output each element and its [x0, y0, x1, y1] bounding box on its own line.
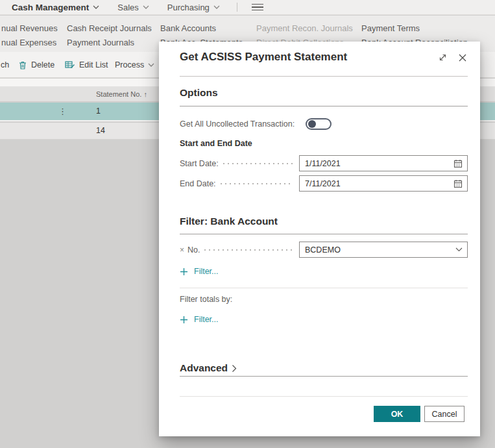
expand-dialog-button[interactable]	[438, 53, 448, 62]
chevron-down-icon	[213, 5, 220, 9]
edit-list-icon	[65, 60, 75, 69]
dotted-leader	[204, 249, 293, 251]
chevron-right-icon	[232, 364, 237, 373]
search-button-fragment[interactable]: ch	[1, 59, 9, 71]
filter-bank-account-heading: Filter: Bank Account	[180, 216, 278, 227]
nav-item-sales[interactable]: Sales	[117, 3, 149, 12]
dialog-title: Get ACSISS Payment Statement	[180, 51, 347, 64]
add-filter-label: Filter...	[194, 315, 219, 324]
calendar-icon[interactable]	[453, 159, 463, 168]
close-icon	[458, 53, 467, 62]
uncollected-transaction-label: Get All Uncollected Transaction:	[180, 119, 295, 129]
no-filter-row: × No. BCDEMO	[180, 242, 468, 258]
title-divider	[180, 76, 468, 77]
close-dialog-button[interactable]	[458, 53, 467, 62]
delete-label: Delete	[31, 60, 54, 69]
footer-divider	[180, 396, 468, 397]
calendar-icon[interactable]	[453, 179, 463, 188]
start-end-date-subheading: Start and End Date	[180, 139, 252, 148]
options-divider	[180, 106, 468, 106]
no-filter-label: No.	[187, 245, 200, 255]
column-header-label: Statement No.	[96, 90, 141, 98]
ribbon-link-annual-expenses[interactable]: nual Expenses	[1, 38, 56, 47]
add-filter-label: Filter...	[194, 267, 219, 276]
start-date-row: Start Date: 1/11/2021	[180, 155, 468, 171]
advanced-label: Advanced	[180, 362, 228, 374]
options-section-heading: Options	[180, 87, 218, 99]
nav-item-label: Cash Management	[12, 3, 89, 12]
uncollected-transaction-toggle[interactable]	[306, 118, 332, 130]
process-label: Process	[115, 60, 144, 69]
no-filter-value: BCDEMO	[305, 245, 341, 255]
top-navigation-bar: Cash Management Sales Purchasing	[0, 0, 495, 15]
cancel-button[interactable]: Cancel	[424, 406, 465, 422]
filter-totals-by-label: Filter totals by:	[180, 295, 232, 304]
ribbon-link-payment-journals[interactable]: Payment Journals	[67, 38, 134, 47]
plus-icon	[180, 316, 188, 324]
expand-icon	[438, 53, 448, 62]
start-date-value: 1/11/2021	[305, 159, 341, 168]
chevron-down-icon[interactable]	[455, 247, 463, 252]
column-header-statement-no[interactable]: Statement No. ↑	[96, 86, 147, 102]
end-date-label: End Date:	[180, 179, 216, 188]
plus-icon	[180, 268, 188, 276]
hamburger-menu-icon[interactable]	[252, 4, 263, 11]
advanced-expander[interactable]: Advanced	[180, 362, 237, 374]
nav-item-label: Purchasing	[167, 3, 210, 12]
dotted-leader	[221, 183, 293, 184]
chevron-down-icon	[93, 5, 99, 9]
nav-divider	[237, 3, 237, 12]
remove-filter-icon[interactable]: ×	[180, 245, 184, 255]
app-window: Cash Management Sales Purchasing nual Re…	[0, 0, 495, 448]
add-filter-link[interactable]: Filter...	[180, 267, 219, 276]
start-date-input[interactable]: 1/11/2021	[299, 155, 468, 171]
ribbon-link-bank-accounts[interactable]: Bank Accounts	[160, 23, 216, 33]
nav-item-purchasing[interactable]: Purchasing	[167, 3, 220, 12]
ribbon-link-payment-recon-journals[interactable]: Payment Recon. Journals	[256, 23, 353, 33]
ok-button[interactable]: OK	[374, 406, 420, 422]
ribbon-link-annual-revenues[interactable]: nual Revenues	[1, 23, 58, 33]
trash-icon	[18, 60, 27, 70]
toggle-knob	[308, 120, 316, 128]
row-options-icon[interactable]: ⋮	[58, 103, 67, 120]
ribbon-link-payment-terms[interactable]: Payment Terms	[361, 23, 420, 33]
advanced-divider	[180, 376, 468, 377]
start-date-label: Start Date:	[180, 159, 219, 168]
edit-list-label: Edit List	[79, 60, 108, 69]
sort-ascending-icon: ↑	[143, 90, 147, 98]
dialog-buttons: OK Cancel	[374, 406, 465, 422]
chevron-down-icon	[148, 63, 154, 67]
delete-button[interactable]: Delete	[18, 59, 54, 71]
uncollected-transaction-row: Get All Uncollected Transaction:	[180, 118, 468, 130]
statement-no-cell[interactable]: 14	[96, 123, 105, 139]
edit-list-button[interactable]: Edit List	[65, 59, 108, 71]
get-acsiss-payment-statement-dialog: Get ACSISS Payment Statement Options Get…	[159, 42, 480, 436]
no-filter-combobox[interactable]: BCDEMO	[299, 242, 468, 258]
filter-bank-divider	[180, 234, 468, 234]
end-date-value: 7/11/2021	[305, 179, 341, 188]
statement-no-cell[interactable]: 1	[96, 103, 101, 120]
search-label-fragment: ch	[1, 60, 9, 69]
totals-top-divider	[180, 288, 468, 288]
process-menu-button[interactable]: Process	[115, 59, 154, 71]
dotted-leader	[223, 163, 293, 164]
end-date-input[interactable]: 7/11/2021	[299, 175, 468, 192]
end-date-row: End Date: 7/11/2021	[180, 175, 468, 192]
add-totals-filter-link[interactable]: Filter...	[180, 315, 219, 324]
nav-item-label: Sales	[117, 3, 139, 12]
nav-item-cash-management[interactable]: Cash Management	[12, 3, 99, 12]
chevron-down-icon	[143, 5, 149, 9]
ribbon-link-cash-receipt-journals[interactable]: Cash Receipt Journals	[67, 23, 152, 33]
